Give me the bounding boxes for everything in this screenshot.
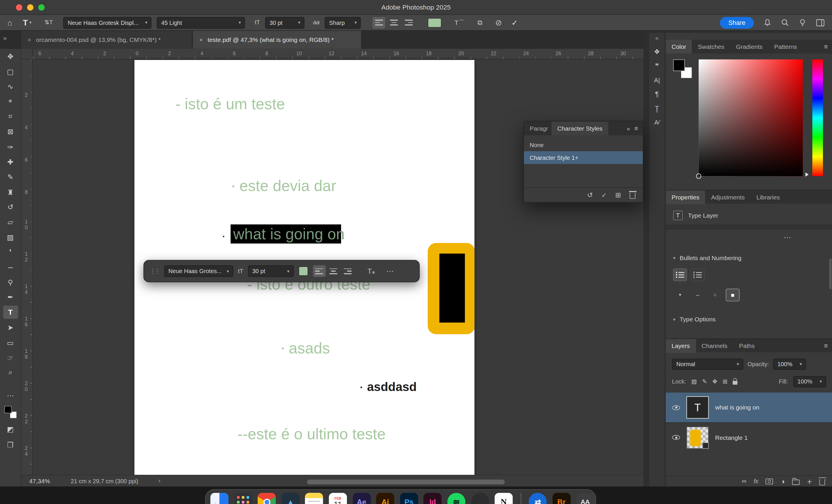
cancel-edits-icon[interactable]: ⊘ [495, 19, 502, 27]
anti-alias-select[interactable]: Sharp ▾ [325, 17, 361, 28]
redefine-style-icon[interactable]: ↺ [587, 192, 593, 198]
tab-properties[interactable]: Properties [666, 190, 705, 204]
color-fg-bg-widget[interactable] [673, 59, 692, 79]
layer-name[interactable]: Rectangle 1 [715, 434, 748, 441]
panel-menu-icon[interactable]: ≡ [819, 342, 832, 349]
tab-paragraph-styles[interactable]: Paragr [524, 122, 552, 135]
new-style-icon[interactable]: ⊞ [615, 192, 621, 198]
tab-character-styles[interactable]: Character Styles [552, 122, 608, 135]
selected-text-layer[interactable]: what is going on [231, 224, 341, 244]
quick-mask-icon[interactable]: ◩ [0, 422, 21, 437]
dock-notes-icon[interactable] [305, 493, 323, 504]
history-brush-tool[interactable]: ↺ [0, 200, 21, 214]
brush-tool[interactable]: ✎ [0, 169, 21, 184]
character-styles-panel-icon[interactable]: A∕ [654, 120, 659, 126]
layer-thumbnail[interactable]: T [686, 396, 708, 419]
context-text-color-swatch[interactable] [298, 266, 308, 276]
context-font-size-select[interactable]: 30 pt ▾ [248, 265, 294, 277]
clone-stamp-tool[interactable]: ♜ [0, 184, 21, 200]
dock-notion-icon[interactable]: N [495, 493, 513, 504]
frame-tool[interactable]: ⊠ [0, 124, 21, 139]
text-layer[interactable]: - isto é um teste [175, 96, 285, 113]
layer-visibility-toggle[interactable] [672, 435, 680, 440]
text-layer[interactable]: ▪ asddasd [360, 380, 417, 394]
status-chevron-icon[interactable]: › [158, 477, 160, 484]
horizontal-scrollbar[interactable] [307, 480, 505, 485]
comments-panel-icon[interactable]: ❞ [655, 63, 659, 70]
toolbar-collapse-icon[interactable]: » [3, 35, 7, 41]
type-options-section-header[interactable]: ▾ Type Options [666, 314, 832, 325]
healing-brush-tool[interactable]: ✚ [0, 154, 21, 169]
numbered-list-button[interactable] [691, 268, 704, 281]
bullet-option-dot[interactable]: ● [673, 289, 687, 301]
delete-layer-icon[interactable] [819, 477, 825, 485]
dock-photoshop-icon[interactable]: Ps [400, 493, 418, 504]
rectangle-shape-layer[interactable] [427, 243, 474, 334]
workspace-layout-icon[interactable] [816, 19, 825, 26]
dock-spotify-icon[interactable]: ≋ [447, 493, 465, 504]
glyphs-panel-icon[interactable]: Ṯ [655, 105, 659, 112]
align-center-button[interactable] [388, 17, 400, 28]
search-icon[interactable] [781, 19, 789, 27]
smudge-tool[interactable]: ∽ [0, 260, 21, 275]
lock-position-icon[interactable]: ✥ [712, 378, 717, 384]
dock-fontbook-icon[interactable]: AA [576, 493, 594, 504]
move-tool[interactable]: ✥ [0, 49, 21, 64]
tab-libraries[interactable]: Libraries [751, 190, 785, 204]
commit-edits-icon[interactable]: ✓ [512, 19, 518, 26]
tab-color[interactable]: Color [666, 40, 692, 54]
bullet-option-square-selected[interactable]: ■ [726, 289, 739, 301]
link-layers-icon[interactable]: ∞ [742, 478, 747, 484]
home-icon[interactable]: ⌂ [7, 19, 12, 27]
adjustment-layer-icon[interactable]: ◑ [781, 478, 785, 485]
tab-channels[interactable]: Channels [696, 339, 733, 352]
crop-tool[interactable]: ⌗ [0, 109, 21, 124]
text-orientation-icon[interactable]: ⇅T [44, 20, 53, 25]
panel-collapse-icon[interactable]: » [624, 126, 633, 131]
dodge-tool[interactable]: ⚲ [0, 275, 21, 290]
fill-select[interactable]: 100% ▾ [793, 376, 826, 387]
bullet-option-dash[interactable]: – [691, 289, 704, 301]
dock-launchpad-icon[interactable] [234, 493, 252, 504]
panel-menu-icon[interactable]: ≡ [633, 125, 643, 132]
gradient-tool[interactable]: ▨ [0, 230, 21, 244]
tab-paths[interactable]: Paths [733, 339, 761, 352]
foreground-background-colors[interactable] [4, 406, 17, 419]
layer-name[interactable]: what is going on [715, 404, 759, 410]
blur-tool[interactable]: ❜ [0, 244, 21, 260]
collapse-panels-icon[interactable]: « [655, 35, 658, 41]
layer-effects-icon[interactable]: fx [754, 478, 758, 484]
foreground-color-swatch[interactable] [4, 406, 11, 413]
layer-row[interactable]: Rectangle 1 [666, 422, 832, 452]
object-selection-tool[interactable]: ⌖ [0, 94, 21, 109]
toggle-panels-icon[interactable]: ⧉ [477, 19, 483, 26]
align-left-button[interactable] [313, 265, 326, 277]
tab-gradients[interactable]: Gradients [730, 40, 769, 54]
tab-layers[interactable]: Layers [666, 339, 696, 352]
dock-indesign-icon[interactable]: Id [423, 493, 441, 504]
commit-style-icon[interactable]: ✓ [601, 192, 606, 198]
lasso-tool[interactable]: ∿ [0, 79, 21, 94]
document-tab-active[interactable]: × teste.pdf @ 47,3% (what is going on, R… [193, 31, 362, 49]
character-style-item-selected[interactable]: Character Style 1+ [524, 151, 643, 164]
align-right-button[interactable] [341, 265, 354, 277]
text-layer[interactable]: ▪ este devia dar [232, 177, 336, 195]
lock-artboard-icon[interactable]: ⊞ [723, 378, 728, 384]
notifications-bell-icon[interactable] [763, 19, 772, 27]
discover-lightbulb-icon[interactable] [799, 19, 807, 27]
dock-after-effects-icon[interactable]: Ae [353, 493, 370, 504]
bulleted-list-button[interactable] [673, 268, 687, 281]
character-style-item[interactable]: None [524, 138, 643, 151]
font-style-select[interactable]: 45 Light ▾ [157, 17, 245, 28]
edit-toolbar-icon[interactable]: ⋯ [0, 388, 21, 403]
tab-close-icon[interactable]: × [28, 37, 31, 43]
lock-all-icon[interactable] [733, 378, 738, 384]
align-right-button[interactable] [402, 17, 415, 28]
new-group-icon[interactable] [792, 478, 800, 485]
font-family-select[interactable]: Neue Haas Grotesk Displ... ▾ [63, 17, 152, 28]
layer-visibility-toggle[interactable] [672, 405, 680, 410]
new-layer-icon[interactable]: + [807, 477, 812, 485]
hand-tool[interactable]: ☞ [0, 350, 21, 365]
eyedropper-tool[interactable]: ✑ [0, 139, 21, 154]
dock-app-circle-icon[interactable] [471, 493, 489, 504]
